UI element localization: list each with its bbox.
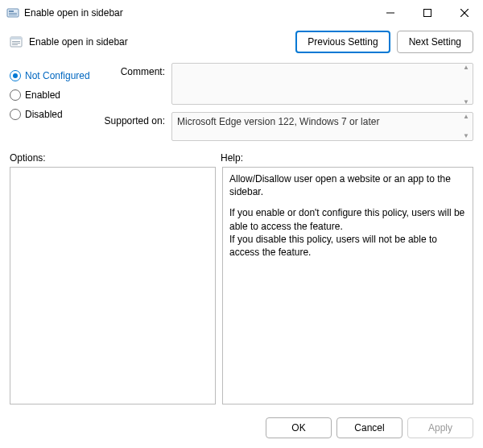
supported-field-wrap: Microsoft Edge version 122, Windows 7 or… xyxy=(171,112,473,141)
header-row: Enable open in sidebar Previous Setting … xyxy=(0,26,483,61)
supported-text: Microsoft Edge version 122, Windows 7 or… xyxy=(171,112,473,141)
cancel-button[interactable]: Cancel xyxy=(336,417,402,438)
radio-label: Enabled xyxy=(25,89,60,101)
previous-setting-button[interactable]: Previous Setting xyxy=(295,31,390,53)
options-label: Options: xyxy=(10,152,221,164)
svg-rect-10 xyxy=(12,41,20,42)
panes: Allow/Disallow user open a website or an… xyxy=(0,167,483,411)
window-controls xyxy=(372,0,483,26)
maximize-button[interactable] xyxy=(409,0,446,26)
svg-rect-1 xyxy=(9,10,14,12)
policy-title: Enable open in sidebar xyxy=(29,36,289,48)
radio-circle-icon xyxy=(10,89,21,101)
radio-enabled[interactable]: Enabled xyxy=(10,85,94,105)
svg-rect-12 xyxy=(12,44,18,45)
radio-disabled[interactable]: Disabled xyxy=(10,105,94,124)
comment-input[interactable] xyxy=(171,63,473,105)
ok-button[interactable]: OK xyxy=(266,417,332,438)
svg-rect-5 xyxy=(424,10,431,17)
titlebar: Enable open in sidebar xyxy=(0,0,483,26)
apply-button[interactable]: Apply xyxy=(407,417,473,438)
comment-field-wrap: ▲▼ xyxy=(171,63,473,107)
right-fields: Comment: ▲▼ Supported on: Microsoft Edge… xyxy=(101,63,473,141)
supported-label: Supported on: xyxy=(101,112,165,141)
radio-circle-icon xyxy=(10,109,21,120)
help-paragraph: If you disable this policy, users will n… xyxy=(229,234,437,258)
help-pane[interactable]: Allow/Disallow user open a website or an… xyxy=(222,167,473,404)
supported-row: Supported on: Microsoft Edge version 122… xyxy=(101,112,473,141)
svg-rect-11 xyxy=(12,43,20,44)
radio-not-configured[interactable]: Not Configured xyxy=(10,66,94,85)
svg-rect-3 xyxy=(9,15,17,15)
window-title: Enable open in sidebar xyxy=(24,7,372,19)
help-paragraph: If you enable or don't configure this po… xyxy=(229,207,464,231)
comment-label: Comment: xyxy=(101,63,165,107)
options-pane[interactable] xyxy=(10,167,216,404)
app-icon xyxy=(6,6,19,19)
comment-row: Comment: ▲▼ xyxy=(101,63,473,107)
radio-circle-icon xyxy=(10,70,21,81)
state-radio-group: Not Configured Enabled Disabled xyxy=(10,63,94,141)
lower-labels: Options: Help: xyxy=(0,141,483,167)
policy-icon xyxy=(10,35,23,48)
radio-label: Not Configured xyxy=(25,70,90,81)
svg-rect-2 xyxy=(9,13,17,14)
radio-label: Disabled xyxy=(25,109,63,120)
minimize-button[interactable] xyxy=(372,0,409,26)
svg-rect-9 xyxy=(10,37,22,39)
close-button[interactable] xyxy=(446,0,483,26)
help-label: Help: xyxy=(221,152,473,164)
config-area: Not Configured Enabled Disabled Comment:… xyxy=(0,61,483,141)
help-paragraph: Allow/Disallow user open a website or an… xyxy=(229,172,466,198)
footer: OK Cancel Apply xyxy=(0,411,483,448)
next-setting-button[interactable]: Next Setting xyxy=(397,31,473,53)
